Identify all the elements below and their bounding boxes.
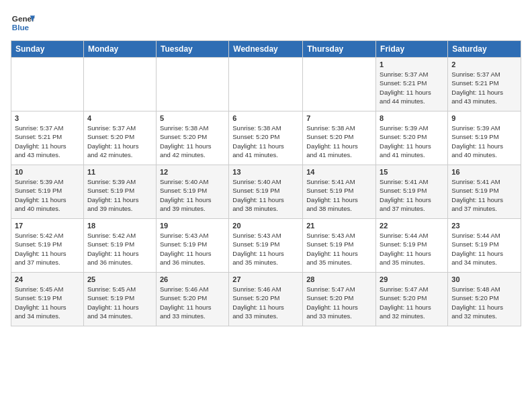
calendar-day-cell: 22Sunrise: 5:44 AM Sunset: 5:19 PM Dayli…	[376, 219, 448, 273]
day-info: Sunrise: 5:38 AM Sunset: 5:20 PM Dayligh…	[306, 124, 372, 159]
calendar-week-row: 17Sunrise: 5:42 AM Sunset: 5:19 PM Dayli…	[11, 219, 521, 273]
logo-icon: General Blue	[11, 11, 35, 35]
day-number: 28	[306, 275, 372, 283]
calendar-day-cell: 5Sunrise: 5:38 AM Sunset: 5:20 PM Daylig…	[156, 111, 228, 165]
day-info: Sunrise: 5:40 AM Sunset: 5:19 PM Dayligh…	[232, 177, 299, 213]
day-number: 11	[87, 168, 152, 176]
weekday-header: Thursday	[303, 41, 376, 58]
calendar-day-cell: 4Sunrise: 5:37 AM Sunset: 5:20 PM Daylig…	[83, 111, 156, 165]
calendar-week-row: 24Sunrise: 5:45 AM Sunset: 5:19 PM Dayli…	[11, 273, 521, 326]
day-number: 26	[160, 275, 225, 283]
day-info: Sunrise: 5:37 AM Sunset: 5:21 PM Dayligh…	[451, 70, 517, 105]
day-number: 10	[15, 168, 80, 176]
day-number: 18	[87, 222, 152, 230]
calendar-day-cell: 9Sunrise: 5:39 AM Sunset: 5:19 PM Daylig…	[448, 111, 521, 165]
weekday-header: Tuesday	[156, 41, 228, 58]
calendar-day-cell	[229, 58, 303, 111]
calendar-week-row: 10Sunrise: 5:39 AM Sunset: 5:19 PM Dayli…	[11, 165, 521, 219]
weekday-header: Friday	[376, 41, 448, 58]
weekday-header: Sunday	[11, 41, 84, 58]
day-info: Sunrise: 5:43 AM Sunset: 5:19 PM Dayligh…	[306, 231, 372, 267]
calendar-day-cell: 30Sunrise: 5:48 AM Sunset: 5:20 PM Dayli…	[448, 273, 521, 326]
calendar-week-row: 3Sunrise: 5:37 AM Sunset: 5:21 PM Daylig…	[11, 111, 521, 165]
weekday-header: Monday	[83, 41, 156, 58]
day-number: 17	[15, 222, 80, 230]
day-info: Sunrise: 5:41 AM Sunset: 5:19 PM Dayligh…	[306, 177, 372, 213]
day-info: Sunrise: 5:42 AM Sunset: 5:19 PM Dayligh…	[15, 231, 80, 267]
calendar-day-cell: 26Sunrise: 5:46 AM Sunset: 5:20 PM Dayli…	[156, 273, 228, 326]
calendar-day-cell: 2Sunrise: 5:37 AM Sunset: 5:21 PM Daylig…	[448, 58, 521, 111]
calendar-day-cell: 16Sunrise: 5:41 AM Sunset: 5:19 PM Dayli…	[448, 165, 521, 219]
day-info: Sunrise: 5:41 AM Sunset: 5:19 PM Dayligh…	[451, 177, 517, 213]
day-number: 29	[380, 275, 444, 283]
calendar-day-cell: 29Sunrise: 5:47 AM Sunset: 5:20 PM Dayli…	[376, 273, 448, 326]
calendar-day-cell: 23Sunrise: 5:44 AM Sunset: 5:19 PM Dayli…	[448, 219, 521, 273]
calendar-day-cell: 20Sunrise: 5:43 AM Sunset: 5:19 PM Dayli…	[229, 219, 303, 273]
day-info: Sunrise: 5:43 AM Sunset: 5:19 PM Dayligh…	[232, 231, 299, 267]
calendar-day-cell: 3Sunrise: 5:37 AM Sunset: 5:21 PM Daylig…	[11, 111, 84, 165]
day-info: Sunrise: 5:37 AM Sunset: 5:21 PM Dayligh…	[380, 70, 444, 105]
day-number: 1	[380, 60, 444, 68]
day-number: 19	[160, 222, 225, 230]
calendar-table: SundayMondayTuesdayWednesdayThursdayFrid…	[11, 40, 521, 326]
weekday-header: Saturday	[448, 41, 521, 58]
day-info: Sunrise: 5:41 AM Sunset: 5:19 PM Dayligh…	[380, 177, 444, 213]
calendar-body: 1Sunrise: 5:37 AM Sunset: 5:21 PM Daylig…	[11, 58, 521, 326]
day-number: 9	[451, 114, 517, 122]
day-number: 12	[160, 168, 225, 176]
day-info: Sunrise: 5:39 AM Sunset: 5:20 PM Dayligh…	[380, 124, 444, 159]
logo: General Blue	[11, 11, 35, 35]
day-number: 25	[87, 275, 152, 283]
day-info: Sunrise: 5:46 AM Sunset: 5:20 PM Dayligh…	[160, 285, 225, 320]
calendar-day-cell	[11, 58, 84, 111]
day-info: Sunrise: 5:38 AM Sunset: 5:20 PM Dayligh…	[160, 124, 225, 159]
calendar-day-cell: 15Sunrise: 5:41 AM Sunset: 5:19 PM Dayli…	[376, 165, 448, 219]
calendar-day-cell: 13Sunrise: 5:40 AM Sunset: 5:19 PM Dayli…	[229, 165, 303, 219]
day-info: Sunrise: 5:47 AM Sunset: 5:20 PM Dayligh…	[380, 285, 444, 320]
day-info: Sunrise: 5:48 AM Sunset: 5:20 PM Dayligh…	[451, 285, 517, 320]
page-header: General Blue	[11, 11, 521, 35]
day-number: 13	[232, 168, 299, 176]
calendar-day-cell: 6Sunrise: 5:38 AM Sunset: 5:20 PM Daylig…	[229, 111, 303, 165]
calendar-day-cell: 24Sunrise: 5:45 AM Sunset: 5:19 PM Dayli…	[11, 273, 84, 326]
day-info: Sunrise: 5:40 AM Sunset: 5:19 PM Dayligh…	[160, 177, 225, 213]
calendar-day-cell: 7Sunrise: 5:38 AM Sunset: 5:20 PM Daylig…	[303, 111, 376, 165]
day-info: Sunrise: 5:42 AM Sunset: 5:19 PM Dayligh…	[87, 231, 152, 267]
calendar-day-cell: 10Sunrise: 5:39 AM Sunset: 5:19 PM Dayli…	[11, 165, 84, 219]
svg-text:Blue: Blue	[12, 23, 30, 32]
day-info: Sunrise: 5:37 AM Sunset: 5:21 PM Dayligh…	[15, 124, 80, 159]
day-info: Sunrise: 5:44 AM Sunset: 5:19 PM Dayligh…	[451, 231, 517, 267]
day-info: Sunrise: 5:43 AM Sunset: 5:19 PM Dayligh…	[160, 231, 225, 267]
day-number: 23	[451, 222, 517, 230]
calendar-header-row: SundayMondayTuesdayWednesdayThursdayFrid…	[11, 41, 521, 58]
day-info: Sunrise: 5:44 AM Sunset: 5:19 PM Dayligh…	[380, 231, 444, 267]
day-number: 8	[380, 114, 444, 122]
day-number: 24	[15, 275, 80, 283]
calendar-day-cell: 8Sunrise: 5:39 AM Sunset: 5:20 PM Daylig…	[376, 111, 448, 165]
calendar-day-cell: 18Sunrise: 5:42 AM Sunset: 5:19 PM Dayli…	[83, 219, 156, 273]
calendar-day-cell: 27Sunrise: 5:46 AM Sunset: 5:20 PM Dayli…	[229, 273, 303, 326]
weekday-header: Wednesday	[229, 41, 303, 58]
calendar-day-cell	[303, 58, 376, 111]
day-number: 3	[15, 114, 80, 122]
calendar-day-cell: 21Sunrise: 5:43 AM Sunset: 5:19 PM Dayli…	[303, 219, 376, 273]
day-info: Sunrise: 5:39 AM Sunset: 5:19 PM Dayligh…	[15, 177, 80, 213]
day-info: Sunrise: 5:46 AM Sunset: 5:20 PM Dayligh…	[232, 285, 299, 320]
day-number: 27	[232, 275, 299, 283]
calendar-day-cell	[83, 58, 156, 111]
day-number: 22	[380, 222, 444, 230]
day-info: Sunrise: 5:47 AM Sunset: 5:20 PM Dayligh…	[306, 285, 372, 320]
day-number: 2	[451, 60, 517, 68]
day-number: 14	[306, 168, 372, 176]
calendar-day-cell: 14Sunrise: 5:41 AM Sunset: 5:19 PM Dayli…	[303, 165, 376, 219]
day-info: Sunrise: 5:37 AM Sunset: 5:20 PM Dayligh…	[87, 124, 152, 159]
day-info: Sunrise: 5:45 AM Sunset: 5:19 PM Dayligh…	[87, 285, 152, 320]
calendar-day-cell: 1Sunrise: 5:37 AM Sunset: 5:21 PM Daylig…	[376, 58, 448, 111]
calendar-day-cell: 12Sunrise: 5:40 AM Sunset: 5:19 PM Dayli…	[156, 165, 228, 219]
day-number: 15	[380, 168, 444, 176]
day-number: 21	[306, 222, 372, 230]
calendar-day-cell	[156, 58, 228, 111]
day-number: 30	[451, 275, 517, 283]
calendar-day-cell: 11Sunrise: 5:39 AM Sunset: 5:19 PM Dayli…	[83, 165, 156, 219]
day-info: Sunrise: 5:45 AM Sunset: 5:19 PM Dayligh…	[15, 285, 80, 320]
